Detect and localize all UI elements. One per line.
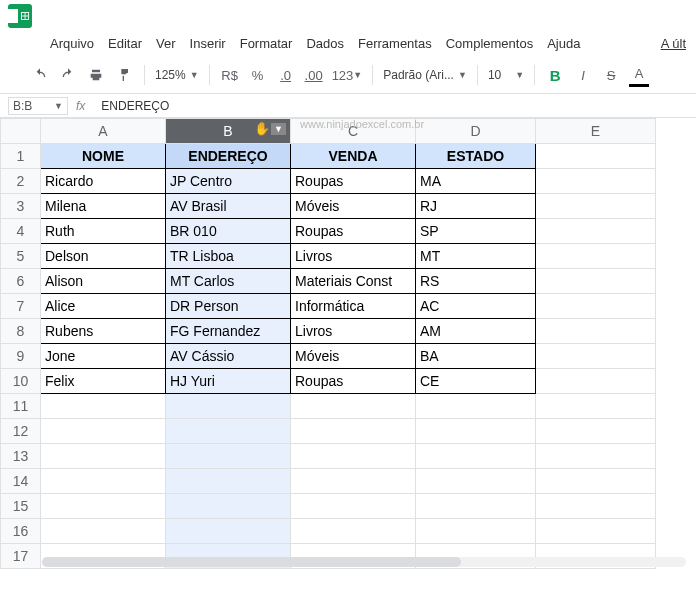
text-color-button[interactable]: A — [629, 63, 649, 87]
cell[interactable]: MT — [416, 244, 536, 269]
scrollbar-thumb[interactable] — [42, 557, 461, 567]
row-header[interactable]: 7 — [1, 294, 41, 319]
cell[interactable]: RJ — [416, 194, 536, 219]
cell[interactable]: ENDEREÇO — [166, 144, 291, 169]
menu-inserir[interactable]: Inserir — [190, 36, 226, 51]
cell[interactable]: Delson — [41, 244, 166, 269]
cell[interactable] — [291, 519, 416, 544]
menu-ajuda[interactable]: Ajuda — [547, 36, 580, 51]
table-row[interactable]: 6AlisonMT CarlosMateriais ConstRS — [1, 269, 656, 294]
cell[interactable]: CE — [416, 369, 536, 394]
cell[interactable] — [536, 344, 656, 369]
menu-editar[interactable]: Editar — [108, 36, 142, 51]
row-header[interactable]: 3 — [1, 194, 41, 219]
cell[interactable] — [416, 394, 536, 419]
name-box[interactable]: B:B▼ — [8, 97, 68, 115]
cell[interactable] — [291, 444, 416, 469]
cell[interactable]: JP Centro — [166, 169, 291, 194]
table-row[interactable]: 16 — [1, 519, 656, 544]
cell[interactable] — [41, 444, 166, 469]
table-row[interactable]: 13 — [1, 444, 656, 469]
table-row[interactable]: 1 NOME ENDEREÇO VENDA ESTADO — [1, 144, 656, 169]
cell[interactable] — [536, 269, 656, 294]
cell[interactable]: Jone — [41, 344, 166, 369]
cell[interactable] — [536, 369, 656, 394]
bold-button[interactable]: B — [545, 63, 565, 87]
cell[interactable] — [41, 419, 166, 444]
col-dropdown-icon[interactable]: ▼ — [271, 123, 286, 135]
cell[interactable]: NOME — [41, 144, 166, 169]
cell[interactable] — [536, 519, 656, 544]
cell[interactable]: RS — [416, 269, 536, 294]
col-header-a[interactable]: A — [41, 119, 166, 144]
cell[interactable]: Alison — [41, 269, 166, 294]
horizontal-scrollbar[interactable] — [42, 557, 686, 567]
cell[interactable] — [536, 319, 656, 344]
row-header[interactable]: 14 — [1, 469, 41, 494]
cell[interactable] — [41, 494, 166, 519]
cell[interactable] — [536, 444, 656, 469]
row-header[interactable]: 12 — [1, 419, 41, 444]
row-header[interactable]: 16 — [1, 519, 41, 544]
cell[interactable]: Alice — [41, 294, 166, 319]
cell[interactable] — [291, 419, 416, 444]
table-row[interactable]: 14 — [1, 469, 656, 494]
cell[interactable] — [536, 494, 656, 519]
decrease-decimal-button[interactable]: .0 — [276, 63, 296, 87]
undo-icon[interactable] — [30, 63, 50, 87]
cell[interactable] — [416, 519, 536, 544]
cell[interactable] — [41, 394, 166, 419]
cell[interactable]: Roupas — [291, 219, 416, 244]
cell[interactable] — [536, 144, 656, 169]
row-header[interactable]: 2 — [1, 169, 41, 194]
table-row[interactable]: 12 — [1, 419, 656, 444]
table-row[interactable]: 5DelsonTR LisboaLivrosMT — [1, 244, 656, 269]
redo-icon[interactable] — [58, 63, 78, 87]
cell[interactable] — [416, 494, 536, 519]
row-header[interactable]: 1 — [1, 144, 41, 169]
cell[interactable]: Ricardo — [41, 169, 166, 194]
menu-complementos[interactable]: Complementos — [446, 36, 533, 51]
table-row[interactable]: 4RuthBR 010RoupasSP — [1, 219, 656, 244]
cell[interactable] — [166, 394, 291, 419]
row-header[interactable]: 4 — [1, 219, 41, 244]
row-header[interactable]: 9 — [1, 344, 41, 369]
paint-format-icon[interactable] — [114, 63, 134, 87]
row-header[interactable]: 13 — [1, 444, 41, 469]
cell[interactable]: AV Cássio — [166, 344, 291, 369]
zoom-select[interactable]: 125%▼ — [155, 68, 199, 82]
cell[interactable] — [416, 444, 536, 469]
cell[interactable]: SP — [416, 219, 536, 244]
cell[interactable]: Ruth — [41, 219, 166, 244]
grid[interactable]: A B✋▼ C D E 1 NOME ENDEREÇO VENDA ESTADO… — [0, 118, 656, 569]
cell[interactable]: AV Brasil — [166, 194, 291, 219]
cell[interactable]: TR Lisboa — [166, 244, 291, 269]
table-row[interactable]: 11 — [1, 394, 656, 419]
cell[interactable] — [536, 244, 656, 269]
cell[interactable] — [166, 519, 291, 544]
cell[interactable]: Roupas — [291, 369, 416, 394]
cell[interactable]: BA — [416, 344, 536, 369]
currency-button[interactable]: R$ — [220, 63, 240, 87]
cell[interactable] — [536, 194, 656, 219]
cell[interactable]: VENDA — [291, 144, 416, 169]
menu-arquivo[interactable]: Arquivo — [50, 36, 94, 51]
increase-decimal-button[interactable]: .00 — [304, 63, 324, 87]
cell[interactable]: Informática — [291, 294, 416, 319]
formula-input[interactable]: ENDEREÇO — [93, 99, 169, 113]
cell[interactable]: AM — [416, 319, 536, 344]
table-row[interactable]: 9JoneAV CássioMóveisBA — [1, 344, 656, 369]
cell[interactable] — [416, 419, 536, 444]
row-header[interactable]: 15 — [1, 494, 41, 519]
fontsize-select[interactable]: 10▼ — [488, 68, 524, 82]
row-header[interactable]: 6 — [1, 269, 41, 294]
number-format-button[interactable]: 123▼ — [332, 63, 363, 87]
cell[interactable] — [536, 294, 656, 319]
cell[interactable] — [536, 219, 656, 244]
table-row[interactable]: 2RicardoJP CentroRoupasMA — [1, 169, 656, 194]
percent-button[interactable]: % — [248, 63, 268, 87]
cell[interactable]: HJ Yuri — [166, 369, 291, 394]
cell[interactable]: Livros — [291, 244, 416, 269]
cell[interactable] — [536, 419, 656, 444]
row-header[interactable]: 17 — [1, 544, 41, 569]
